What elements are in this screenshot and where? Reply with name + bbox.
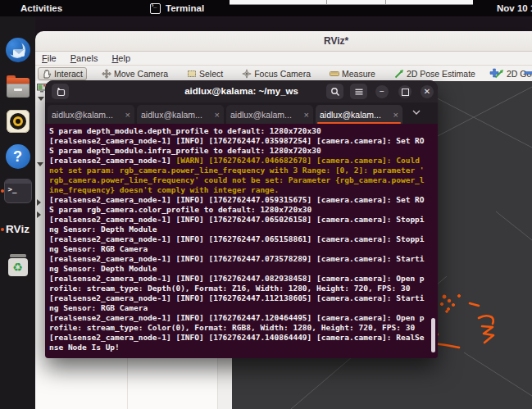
terminal-line: ng Sensor: RGB Camera bbox=[49, 303, 438, 313]
minimize-button[interactable]: − bbox=[375, 85, 389, 98]
dock-item-rviz[interactable]: RViz bbox=[0, 223, 35, 235]
move-icon bbox=[102, 69, 111, 79]
terminal-line: S param depth_module.depth_profile to de… bbox=[49, 126, 438, 136]
menu-panels[interactable]: Panels bbox=[70, 53, 98, 63]
terminal-line: ng Sensor: Depth Module bbox=[49, 225, 438, 234]
dock-item-files[interactable] bbox=[0, 75, 35, 98]
window-edge-mark bbox=[385, 0, 386, 4]
tab-close-icon[interactable]: × bbox=[123, 110, 130, 120]
offscreen-window-edge bbox=[230, 0, 473, 5]
tool-label: Move Camera bbox=[114, 69, 168, 79]
pointcloud bbox=[432, 295, 493, 348]
rviz-menubar: FilePanelsHelp bbox=[35, 52, 532, 66]
tool-label: Focus Camera bbox=[254, 69, 311, 79]
terminal-line: ine_frequency} doesn't comply with integ… bbox=[49, 185, 438, 195]
tool-focus-camera[interactable]: Focus Camera bbox=[238, 67, 315, 80]
rviz-titlebar[interactable]: RViz* bbox=[35, 31, 532, 52]
green-arrow-icon bbox=[394, 69, 404, 79]
terminal-line: not set param: rgb_camera.power_line_fre… bbox=[49, 166, 438, 175]
trash-icon: ♻ bbox=[7, 254, 29, 277]
terminal-line: rofile: stream_type: Color(0), Format: R… bbox=[49, 323, 438, 333]
terminal-app-icon bbox=[150, 3, 161, 14]
tool-label: Select bbox=[199, 69, 223, 79]
terminal-tab-1[interactable]: aidlux@kalam...× bbox=[48, 105, 134, 124]
minus-icon bbox=[524, 68, 532, 78]
dock-item-rhythmbox[interactable] bbox=[0, 110, 35, 133]
desktop: Activities Terminal Nov 10 1 ?>_RViz♻ RV… bbox=[0, 0, 532, 409]
terminal-icon: >_ bbox=[4, 179, 32, 203]
tool-label: Interact bbox=[54, 69, 83, 79]
rviz-window-title: RViz* bbox=[324, 31, 348, 51]
search-button[interactable] bbox=[326, 84, 343, 99]
tab-label: aidlux@kalam... bbox=[52, 110, 123, 120]
menu-file[interactable]: File bbox=[42, 53, 57, 63]
tree-expander-icon[interactable] bbox=[37, 199, 41, 206]
tab-close-icon[interactable]: × bbox=[302, 110, 309, 120]
dock: ?>_RViz♻ bbox=[0, 16, 35, 409]
tool-select[interactable]: Select bbox=[183, 67, 227, 80]
terminal-line: ng Sensor: Depth Module bbox=[49, 264, 438, 274]
terminal-line: S param depth_module.infra_profile to de… bbox=[49, 146, 438, 156]
terminal-line: [realsense2_camera_node-1] [INFO] [17627… bbox=[49, 274, 438, 284]
tree-expander-icon[interactable] bbox=[37, 211, 41, 218]
terminal-output[interactable]: S param depth_module.depth_profile to de… bbox=[45, 124, 438, 358]
hamburger-icon bbox=[354, 87, 364, 97]
terminal-line: [realsense2_camera_node-1] [INFO] [17627… bbox=[49, 254, 438, 264]
dock-item-terminal[interactable]: >_ bbox=[0, 179, 35, 203]
tab-close-icon[interactable]: × bbox=[212, 110, 220, 120]
terminal-line: rofile: stream_type: Depth(0), Format: Z… bbox=[49, 284, 438, 293]
search-icon bbox=[330, 87, 340, 97]
focused-app-name: Terminal bbox=[166, 3, 204, 13]
toolbar-remove-tool-button[interactable] bbox=[523, 67, 532, 79]
focus-icon bbox=[242, 69, 252, 79]
rviz-toolbar: InteractMove CameraSelectFocus CameraMea… bbox=[35, 66, 532, 82]
terminal-line: [realsense2_camera_node-1] [INFO] [17627… bbox=[49, 333, 438, 343]
close-icon: ✕ bbox=[424, 85, 430, 98]
select-icon bbox=[187, 69, 197, 79]
menu-help[interactable]: Help bbox=[111, 53, 130, 63]
tool-measure[interactable]: Measure bbox=[325, 67, 380, 80]
measure-icon bbox=[330, 69, 339, 79]
maximize-button[interactable] bbox=[398, 85, 412, 98]
terminal-window: aidlux@kalama: ~/my_ws − ✕ aidlux@kalam.… bbox=[45, 80, 438, 358]
files-icon bbox=[7, 78, 30, 98]
clock[interactable]: Nov 10 1 bbox=[497, 0, 532, 16]
plus-icon bbox=[489, 68, 499, 78]
terminal-line: rgb_camera.power_line_frequency' could n… bbox=[49, 175, 438, 185]
terminal-line: [realsense2_camera_node-1] [INFO] [17627… bbox=[49, 136, 438, 146]
tool-move-camera[interactable]: Move Camera bbox=[98, 67, 172, 80]
minimize-icon: − bbox=[380, 85, 384, 98]
tree-expander-icon[interactable] bbox=[37, 162, 43, 166]
terminal-line: [realsense2_camera_node-1] [INFO] [17627… bbox=[49, 215, 438, 225]
tab-overflow-chevron-icon[interactable] bbox=[412, 105, 421, 120]
tab-close-icon[interactable]: × bbox=[391, 110, 398, 120]
terminal-tab-3[interactable]: aidlux@kalam...× bbox=[226, 105, 313, 124]
activities-button[interactable]: Activities bbox=[20, 0, 62, 16]
terminal-line: [realsense2_camera_node-1] [WARN] [17627… bbox=[49, 156, 438, 166]
terminal-scrollbar-thumb[interactable] bbox=[431, 318, 435, 352]
terminal-headerbar[interactable]: aidlux@kalama: ~/my_ws − ✕ bbox=[45, 80, 438, 103]
dock-item-thunderbird[interactable] bbox=[0, 38, 35, 62]
tree-expander-icon[interactable] bbox=[38, 97, 44, 101]
dock-item-trash[interactable]: ♻ bbox=[0, 252, 35, 277]
tab-label: aidlux@kalam... bbox=[320, 110, 391, 120]
terminal-tab-2[interactable]: aidlux@kalam...× bbox=[137, 105, 224, 124]
hamburger-menu-button[interactable] bbox=[350, 84, 367, 99]
terminal-line: S param rgb_camera.color_profile to defa… bbox=[49, 205, 438, 215]
dock-item-help[interactable]: ? bbox=[0, 144, 35, 169]
tool-interact[interactable]: Interact bbox=[38, 67, 87, 80]
focused-app-indicator[interactable]: Terminal bbox=[150, 0, 204, 16]
rviz-icon: RViz bbox=[6, 223, 30, 235]
terminal-tab-4[interactable]: aidlux@kalam...× bbox=[316, 105, 402, 124]
terminal-line: [realsense2_camera_node-1] [INFO] [17627… bbox=[49, 195, 438, 205]
terminal-line: [realsense2_camera_node-1] [INFO] [17627… bbox=[49, 313, 438, 323]
tool-2d-pose-estimate[interactable]: 2D Pose Estimate bbox=[390, 67, 480, 80]
terminal-line: nse Node Is Up! bbox=[49, 343, 438, 352]
hand-icon bbox=[42, 69, 52, 79]
tool-label: 2D Pose Estimate bbox=[407, 69, 475, 79]
tool-label: Measure bbox=[342, 69, 375, 79]
maximize-icon bbox=[402, 89, 409, 96]
toolbar-add-tool-button[interactable] bbox=[489, 67, 500, 79]
close-button[interactable]: ✕ bbox=[421, 85, 434, 98]
window-edge-mark bbox=[326, 0, 327, 4]
